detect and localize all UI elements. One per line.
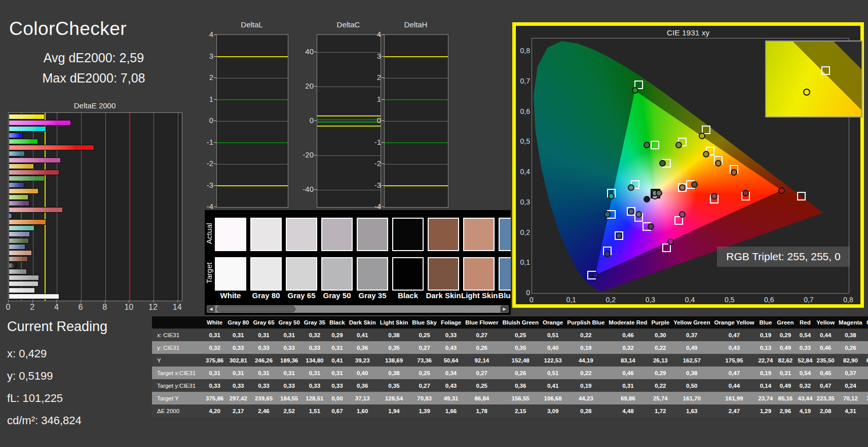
table-cell: 235,50 — [814, 354, 837, 367]
axis-tick-label: -20 — [298, 150, 314, 159]
swatch-actual-gray-50[interactable] — [321, 218, 353, 251]
axis-tick-label: -4 — [366, 202, 381, 211]
table-cell: 189,36 — [277, 354, 302, 367]
current-reading-x: x: 0,429 — [7, 347, 47, 360]
table-cell: 161,99 — [712, 392, 756, 404]
table-cell: 0,36 — [347, 379, 378, 392]
swatch-target-black[interactable] — [392, 257, 424, 291]
table-cell: 1,60 — [347, 404, 378, 417]
table-cell: 3,09 — [541, 404, 565, 417]
table-cell: 82,90 — [837, 354, 864, 367]
table-cell: 0,33 — [327, 379, 347, 392]
table-cell: 0,22 — [565, 367, 607, 379]
table-cell: 0,49 — [775, 379, 796, 392]
swatch-actual-blue-sky[interactable] — [499, 218, 511, 251]
swatch-target-gray-80[interactable] — [250, 257, 282, 291]
table-cell: 0,31 — [225, 367, 251, 379]
swatch-actual-black[interactable] — [392, 218, 424, 251]
table-cell: 0,25 — [410, 367, 439, 379]
swatch-actual-gray-80[interactable] — [250, 218, 282, 251]
column-header: Yellow — [814, 316, 837, 329]
ref-line-red — [129, 113, 130, 301]
swatch-actual-light-skin[interactable] — [463, 218, 495, 251]
page-title: ColorChecker — [9, 18, 127, 39]
table-cell: 86,84 — [463, 392, 500, 404]
max-de2000-stat: Max dE2000: 7,08 — [5, 71, 182, 86]
table-cell: 122,53 — [541, 354, 565, 367]
table-cell: 82,62 — [775, 354, 796, 367]
table-cell: 0,36 — [347, 341, 378, 354]
cie-measured-marker-blue — [604, 251, 611, 257]
column-header: Bluish Green — [500, 316, 541, 329]
table-cell: 0,38 — [671, 367, 712, 379]
table-cell: 128,51 — [302, 392, 327, 404]
swatch-target-white[interactable] — [215, 257, 246, 291]
table-cell: 68,57 — [864, 354, 868, 367]
table-cell: 0,47 — [712, 329, 756, 341]
swatch-target-dark-skin[interactable] — [428, 257, 459, 291]
table-cell: 0,32 — [204, 341, 225, 354]
swatch-target-gray-65[interactable] — [286, 257, 317, 291]
table-cell: 1,63 — [671, 404, 712, 417]
deltae-bar-yellow-green — [9, 194, 28, 200]
column-header: Purple — [649, 316, 671, 329]
table-cell: 0,31 — [302, 367, 327, 379]
axis-tick-label: 0 — [366, 116, 381, 125]
deltah-chart: DeltaH 43210-1-2-3-4 — [366, 20, 447, 213]
column-header: Orange — [541, 316, 565, 329]
table-cell: 0,33 — [251, 379, 276, 392]
table-cell: 2,46 — [251, 404, 276, 417]
table-cell: 0,54 — [796, 329, 815, 341]
table-cell: 302,81 — [225, 354, 251, 367]
swatch-target-gray-35[interactable] — [357, 257, 388, 291]
axis-tick-label: 1 — [366, 95, 381, 103]
row-label: Y — [152, 354, 204, 367]
table-cell: 0,31 — [277, 367, 302, 379]
table-corner — [152, 316, 204, 329]
swatch-actual-white[interactable] — [215, 218, 246, 251]
axis-tick-label: -1 — [366, 138, 381, 146]
table-cell: 0,33 — [439, 329, 463, 341]
deltae-bar-orange — [9, 219, 46, 225]
table-cell: 134,80 — [302, 354, 327, 367]
deltae-bar-100-magenta — [9, 120, 71, 126]
column-header: Light Skin — [378, 316, 410, 329]
swatch-target-gray-50[interactable] — [321, 257, 353, 291]
deltae-bar-100-green — [9, 139, 38, 144]
deltae-bar-moderate-red — [9, 207, 63, 213]
current-reading-title: Current Reading — [7, 319, 107, 335]
swatch-actual-gray-65[interactable] — [286, 218, 317, 251]
swatch-label: White — [213, 291, 248, 300]
axis-tick-label: 4 — [198, 30, 213, 38]
table-cell: 1,29 — [756, 404, 775, 417]
cie-measured-marker-100-red — [778, 187, 785, 194]
table-cell: 0,22 — [565, 329, 607, 341]
swatch-target-light-skin[interactable] — [463, 257, 495, 291]
table-cell: 1,94 — [378, 404, 410, 417]
axis-tick-label: 0 — [198, 116, 213, 125]
table-cell: 92,14 — [463, 354, 500, 367]
scroll-right-icon[interactable]: ▶ — [500, 305, 509, 313]
deltae-bar-100-yellow — [9, 114, 45, 119]
axis-tick-label: 2 — [198, 73, 213, 82]
table-cell: 2,17 — [225, 404, 251, 417]
table-cell: 0,33 — [204, 379, 225, 392]
table-cell: 0,43 — [712, 341, 756, 354]
swatch-panel: Actual Target WhiteGray 80Gray 65Gray 50… — [205, 210, 511, 315]
swatch-scrollbar[interactable]: ◀ ▶ — [207, 305, 509, 313]
table-cell: 0,31 — [251, 367, 276, 379]
scrollbar-thumb[interactable] — [217, 306, 295, 312]
cie-measured-marker-100-magenta — [667, 238, 674, 245]
table-cell: 0,41 — [347, 329, 378, 341]
scroll-left-icon[interactable]: ◀ — [207, 305, 215, 313]
swatch-label: Dark Skin — [426, 291, 461, 300]
table-cell: 0,44 — [814, 329, 837, 341]
table-cell: 0,31 — [225, 329, 251, 341]
cie-measured-marker-orange — [731, 169, 737, 176]
swatch-target-blue-sky[interactable] — [499, 257, 511, 291]
column-header: Green — [775, 316, 796, 329]
table-cell: 4,20 — [204, 404, 225, 417]
table-cell: 375,86 — [204, 392, 225, 404]
swatch-actual-dark-skin[interactable] — [428, 218, 459, 251]
swatch-actual-gray-35[interactable] — [357, 218, 388, 251]
